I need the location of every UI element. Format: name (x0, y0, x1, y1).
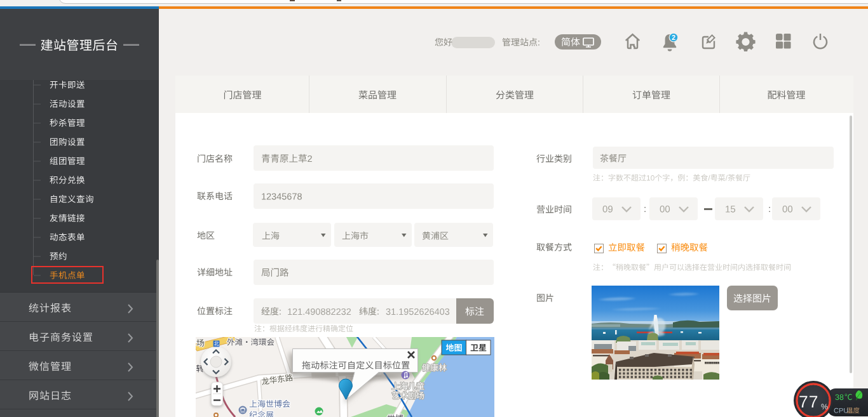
svg-text:2: 2 (672, 34, 675, 41)
